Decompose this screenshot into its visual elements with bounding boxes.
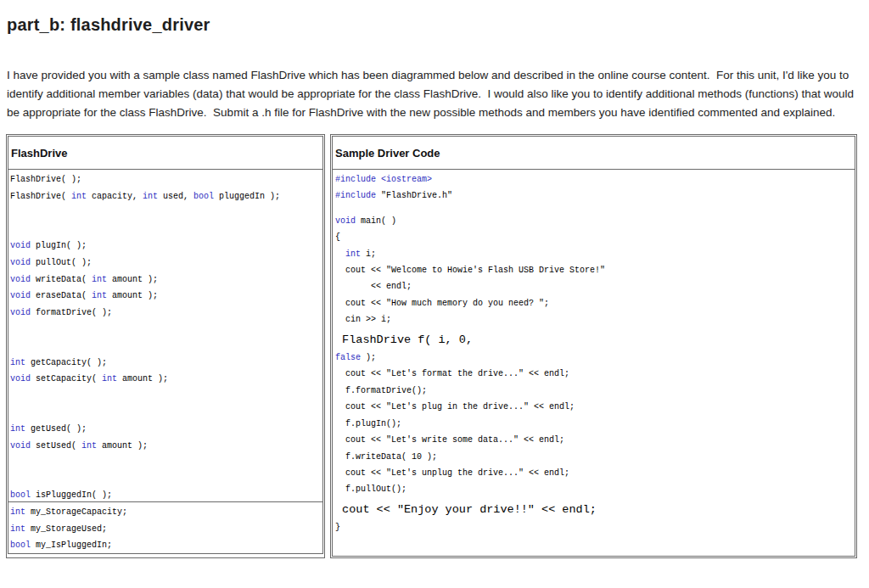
code-line: void pullOut( ); xyxy=(10,255,322,272)
code-line xyxy=(10,338,322,355)
code-line: int getUsed( ); xyxy=(10,421,322,438)
class-methods-code: FlashDrive( );FlashDrive( int capacity, … xyxy=(8,169,323,502)
code-line xyxy=(10,404,322,421)
code-line xyxy=(10,321,322,338)
code-line: void eraseData( int amount ); xyxy=(10,288,322,305)
code-line xyxy=(10,388,322,405)
class-diagram-title: FlashDrive xyxy=(8,136,323,170)
sample-driver-code-table: Sample Driver Code #include <iostream>#i… xyxy=(330,134,857,558)
code-line: void writeData( int amount ); xyxy=(10,272,322,288)
code-line xyxy=(10,221,322,238)
code-line: cout << "Enjoy your drive!!" << endl; xyxy=(335,498,855,519)
code-line: cout << "Let's plug in the drive..." << … xyxy=(335,399,855,415)
code-line: #include "FlashDrive.h" xyxy=(335,188,855,204)
code-line: void setUsed( int amount ); xyxy=(10,438,322,455)
code-line xyxy=(10,454,322,471)
code-line: bool my_IsPluggedIn; xyxy=(10,537,322,554)
code-line: int my_StorageCapacity; xyxy=(10,504,322,521)
flashdrive-class-diagram-table: FlashDrive FlashDrive( );FlashDrive( int… xyxy=(6,134,325,558)
code-line: void main( ) xyxy=(335,213,855,229)
code-line: { xyxy=(335,229,855,245)
code-line: int my_StorageUsed; xyxy=(10,521,322,538)
driver-code-title: Sample Driver Code xyxy=(332,136,855,170)
code-line: FlashDrive( ); xyxy=(10,171,322,188)
code-line: << endl; xyxy=(335,278,855,294)
code-line: f.pullOut(); xyxy=(335,481,855,497)
code-line: cout << "Let's format the drive..." << e… xyxy=(335,366,855,382)
code-line: int i; xyxy=(335,246,855,262)
code-line: f.formatDrive(); xyxy=(335,383,855,399)
code-line: cout << "Let's write some data..." << en… xyxy=(335,432,855,448)
code-line: cout << "How much memory do you need? "; xyxy=(335,295,855,311)
code-line xyxy=(335,204,855,213)
code-line xyxy=(10,471,322,488)
code-line: f.plugIn(); xyxy=(335,416,855,432)
code-line: #include <iostream> xyxy=(335,171,855,188)
code-line: bool isPluggedIn( ); xyxy=(10,487,322,502)
code-line: void formatDrive( ); xyxy=(10,305,322,322)
assignment-description: I have provided you with a sample class … xyxy=(7,66,867,122)
class-members-code: int my_StorageCapacity;int my_StorageUse… xyxy=(8,501,323,554)
code-line: cout << "Welcome to Howie's Flash USB Dr… xyxy=(335,262,855,278)
code-line: void plugIn( ); xyxy=(10,238,322,255)
code-line: FlashDrive( int capacity, int used, bool… xyxy=(10,188,322,205)
code-line: cin >> i; xyxy=(335,311,855,328)
code-line: void setCapacity( int amount ); xyxy=(10,371,322,388)
code-line: false ); xyxy=(335,350,855,366)
code-line: int getCapacity( ); xyxy=(10,355,322,372)
page-title: part_b: flashdrive_driver xyxy=(7,15,210,35)
code-line xyxy=(10,204,322,221)
code-line: } xyxy=(335,519,855,535)
code-line: FlashDrive f( i, 0, xyxy=(335,328,855,350)
code-line: f.writeData( 10 ); xyxy=(335,449,855,465)
driver-code: #include <iostream>#include "FlashDrive.… xyxy=(332,169,855,557)
code-line: cout << "Let's unplug the drive..." << e… xyxy=(335,465,855,481)
